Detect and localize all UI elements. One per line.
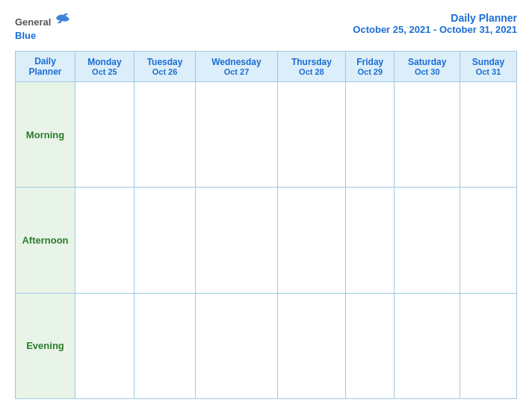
header-thursday: Thursday Oct 28 [277, 52, 345, 82]
table-row: Evening [16, 293, 517, 398]
afternoon-sunday[interactable] [460, 188, 517, 293]
header-label-cell: Daily Planner [16, 52, 75, 82]
table-row: Morning [16, 82, 517, 188]
morning-tuesday[interactable] [134, 82, 195, 188]
afternoon-saturday[interactable] [395, 188, 460, 293]
tuesday-date: Oct 26 [137, 67, 192, 76]
morning-label-cell: Morning [16, 82, 75, 188]
header-daily: Daily [19, 56, 72, 67]
header-friday: Friday Oct 29 [346, 52, 395, 82]
afternoon-thursday[interactable] [277, 188, 345, 293]
morning-wednesday[interactable] [196, 82, 277, 188]
friday-label: Friday [349, 57, 391, 67]
title-area: Daily Planner October 25, 2021 - October… [353, 12, 517, 35]
morning-monday[interactable] [75, 82, 134, 188]
planner-table: Daily Planner Monday Oct 25 Tuesday Oct … [15, 51, 517, 399]
header-wednesday: Wednesday Oct 27 [196, 52, 277, 82]
header-planner: Planner [19, 67, 72, 77]
logo-bird-icon [55, 12, 71, 25]
logo: General Blue [15, 12, 71, 42]
planner-title: Daily Planner [353, 12, 517, 24]
header-tuesday: Tuesday Oct 26 [134, 52, 195, 82]
table-header: Daily Planner Monday Oct 25 Tuesday Oct … [16, 52, 517, 82]
header-sunday: Sunday Oct 31 [460, 52, 517, 82]
evening-sunday[interactable] [460, 293, 517, 398]
afternoon-tuesday[interactable] [134, 188, 195, 293]
table-body: Morning Afternoon Evening [16, 82, 517, 399]
afternoon-wednesday[interactable] [196, 188, 277, 293]
morning-friday[interactable] [346, 82, 395, 188]
sunday-date: Oct 31 [463, 67, 513, 76]
logo-general: General [15, 16, 51, 28]
thursday-date: Oct 28 [281, 67, 342, 76]
morning-thursday[interactable] [277, 82, 345, 188]
sunday-label: Sunday [463, 57, 513, 67]
evening-thursday[interactable] [277, 293, 345, 398]
afternoon-monday[interactable] [75, 188, 134, 293]
thursday-label: Thursday [281, 57, 342, 67]
wednesday-label: Wednesday [199, 57, 273, 67]
tuesday-label: Tuesday [137, 57, 192, 67]
saturday-date: Oct 30 [398, 67, 457, 76]
evening-tuesday[interactable] [134, 293, 195, 398]
evening-saturday[interactable] [395, 293, 460, 398]
saturday-label: Saturday [398, 57, 457, 67]
page-header: General Blue Daily Planner October 25, 2… [15, 12, 517, 42]
header-saturday: Saturday Oct 30 [395, 52, 460, 82]
logo-blue: Blue [15, 30, 36, 41]
morning-sunday[interactable] [460, 82, 517, 188]
evening-label-cell: Evening [16, 293, 75, 398]
evening-monday[interactable] [75, 293, 134, 398]
monday-date: Oct 25 [78, 67, 131, 76]
afternoon-label-cell: Afternoon [16, 188, 75, 293]
evening-wednesday[interactable] [196, 293, 277, 398]
wednesday-date: Oct 27 [199, 67, 273, 76]
monday-label: Monday [78, 57, 131, 67]
header-monday: Monday Oct 25 [75, 52, 134, 82]
friday-date: Oct 29 [349, 67, 391, 76]
planner-date-range: October 25, 2021 - October 31, 2021 [353, 24, 517, 35]
afternoon-friday[interactable] [346, 188, 395, 293]
morning-saturday[interactable] [395, 82, 460, 188]
table-row: Afternoon [16, 188, 517, 293]
evening-friday[interactable] [346, 293, 395, 398]
